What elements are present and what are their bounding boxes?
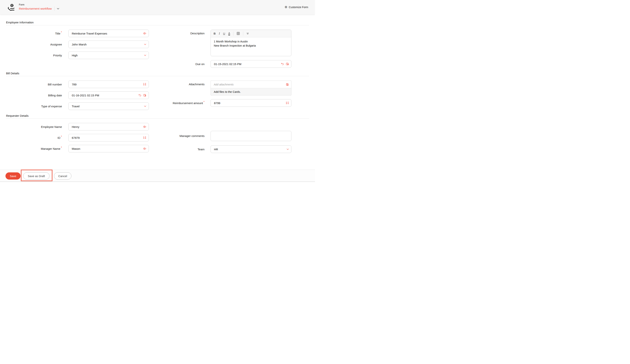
save-button[interactable]: Save — [6, 172, 20, 180]
section-title-bill-details: Bill Details — [6, 72, 309, 76]
employee-name-label: Employee Name — [6, 125, 68, 128]
field-row-team: Team HR — [158, 145, 303, 153]
chevron-down-icon[interactable] — [144, 44, 146, 45]
richtext-toolbar: B I U A — [211, 30, 291, 37]
field-row-manager-comments: Manager comments — [158, 131, 303, 141]
reimbursement-amount-input[interactable] — [211, 99, 291, 107]
save-as-draft-button[interactable]: Save as Draft — [23, 172, 50, 180]
customize-form-button[interactable]: ⚙ Customize Form — [284, 6, 308, 9]
section-requester-details: Requester Details Employee Name ID* — [6, 114, 309, 153]
section-employee-information: Employee Information Title* Assignee Joh… — [6, 21, 309, 68]
bill-number-input[interactable] — [68, 81, 148, 88]
cancel-button[interactable]: Cancel — [54, 172, 72, 180]
manager-comments-input[interactable] — [210, 131, 292, 141]
page-bottom-edge — [0, 181, 315, 182]
reimbursement-amount-field: 1 23 4 — [210, 99, 292, 107]
chevron-down-icon[interactable] — [144, 106, 146, 107]
manager-name-input[interactable] — [68, 145, 148, 152]
bold-icon[interactable]: B — [214, 32, 216, 35]
attachments-placeholder: Add attachments — [211, 83, 291, 86]
bill-number-label: Bill number — [6, 83, 68, 86]
form-title[interactable]: Reimbursement workflow — [19, 7, 52, 10]
field-row-type-of-expense: Type of expense Travel — [6, 102, 158, 110]
title-input[interactable] — [68, 30, 148, 37]
assignee-select[interactable]: John Marsh — [68, 40, 149, 48]
due-on-input[interactable] — [211, 60, 291, 67]
reimbursement-amount-label: Reimbursement amount* — [158, 101, 210, 105]
manager-comments-label: Manager comments — [158, 131, 210, 138]
priority-value: High — [68, 54, 148, 57]
required-asterisk: * — [204, 100, 204, 103]
title-label: Title* — [6, 32, 68, 35]
customize-form-label: Customize Form — [289, 6, 308, 9]
calendar-clock-icon[interactable] — [286, 63, 289, 65]
attachments-dropzone[interactable]: Add attachments Add files to the Cards. — [210, 81, 292, 95]
manager-name-label: Manager Name* — [6, 147, 68, 150]
workflow-hand-gear-logo-icon — [7, 3, 16, 12]
type-of-expense-select[interactable]: Travel — [68, 102, 149, 110]
number-field-icon: 1 23 4 — [286, 102, 289, 105]
id-label: ID* — [6, 136, 68, 139]
reimbursement-form-page: Form Reimbursement workflow ⚙ Customize … — [0, 0, 315, 182]
employee-name-input[interactable] — [68, 123, 148, 130]
number-field-icon: 1 23 4 — [143, 83, 146, 86]
due-on-label: Due on — [158, 62, 210, 66]
gear-icon: ⚙ — [284, 6, 287, 9]
section-title-employee-information: Employee Information — [6, 21, 309, 25]
id-input[interactable] — [68, 134, 148, 141]
employee-name-field — [68, 123, 149, 131]
billing-date-field — [68, 91, 149, 99]
app-label: Form — [19, 3, 59, 6]
attachment-note-icon[interactable] — [286, 83, 289, 86]
text-field-icon — [143, 125, 146, 128]
chevron-down-icon[interactable] — [144, 55, 146, 56]
team-select[interactable]: HR — [210, 145, 292, 153]
type-of-expense-value: Travel — [68, 105, 148, 108]
field-row-attachments: Attachments Add attachments Add files to… — [158, 81, 303, 95]
insert-table-icon[interactable] — [237, 32, 240, 35]
more-options-double-chevron-icon[interactable] — [246, 32, 249, 35]
required-asterisk: * — [61, 31, 62, 34]
description-label: Description — [158, 30, 210, 37]
undo-icon[interactable] — [281, 63, 284, 65]
undo-icon[interactable] — [138, 94, 141, 97]
title-field — [68, 30, 149, 37]
priority-label: Priority — [6, 54, 68, 57]
header-left: Form Reimbursement workflow — [7, 3, 59, 12]
underline-icon[interactable]: U — [223, 32, 225, 35]
field-row-reimbursement-amount: Reimbursement amount* 1 23 4 — [158, 99, 303, 107]
description-content[interactable]: 1 Month Workshop in Austin New Branch In… — [211, 37, 291, 50]
field-row-employee-name: Employee Name — [6, 123, 158, 131]
priority-select[interactable]: High — [68, 51, 149, 59]
billing-date-label: Billing date — [6, 94, 68, 97]
header-titles: Form Reimbursement workflow — [19, 3, 59, 11]
calendar-clock-icon[interactable] — [143, 94, 146, 97]
field-row-title: Title* — [6, 30, 158, 37]
team-value: HR — [211, 148, 291, 151]
field-row-priority: Priority High — [6, 51, 158, 59]
type-of-expense-label: Type of expense — [6, 105, 68, 108]
app-header: Form Reimbursement workflow ⚙ Customize … — [0, 0, 315, 14]
field-row-id: ID* 1 23 4 — [6, 134, 158, 142]
text-field-icon — [143, 147, 146, 150]
required-asterisk: * — [61, 135, 62, 138]
italic-icon[interactable]: I — [219, 32, 220, 35]
form-footer: Save Save as Draft Cancel — [0, 170, 315, 181]
description-line-1: 1 Month Workshop in Austin — [214, 39, 288, 44]
number-field-icon: 1 23 4 — [143, 136, 146, 139]
attachments-note: Add files to the Cards. — [211, 88, 291, 95]
attachments-label: Attachments — [158, 81, 210, 88]
billing-date-input[interactable] — [68, 92, 148, 99]
font-color-icon[interactable]: A — [228, 32, 230, 35]
team-label: Team — [158, 148, 210, 151]
assignee-value: John Marsh — [68, 43, 148, 46]
text-field-icon — [143, 32, 146, 35]
chevron-down-icon[interactable] — [287, 149, 289, 150]
form-switch-chevron-down-icon[interactable] — [57, 8, 59, 9]
description-richtext-editor[interactable]: B I U A — [210, 30, 292, 56]
form-content: Employee Information Title* Assignee Joh… — [0, 14, 315, 153]
field-row-manager-name: Manager Name* — [6, 145, 158, 152]
field-row-due-on: Due on — [158, 60, 303, 68]
field-row-billing-date: Billing date — [6, 91, 158, 99]
section-bill-details: Bill Details Bill number 1 23 4 Billing … — [6, 72, 309, 110]
